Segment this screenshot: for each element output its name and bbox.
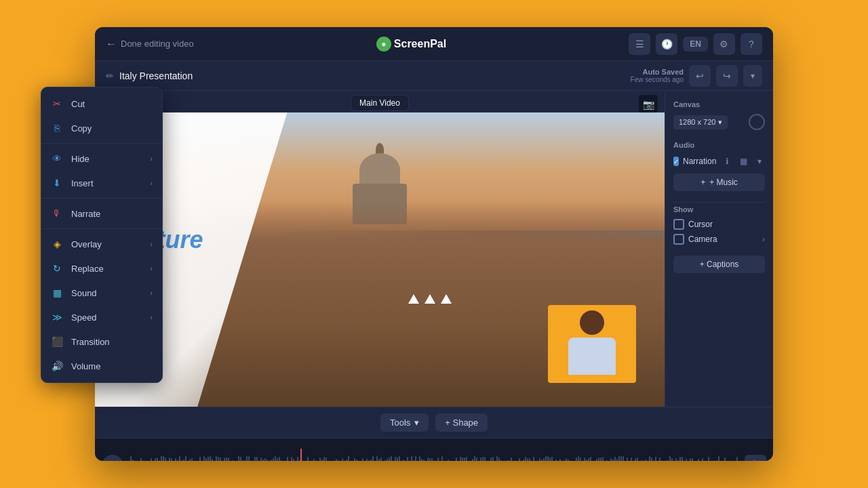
waveform-bar (669, 456, 671, 461)
waveform-bar (616, 459, 618, 461)
screenshot-button[interactable]: 📷 (639, 95, 658, 114)
timeline-track[interactable]: 0:05.00 01s2s3s4s5s6s7s8s9s10s11s12s13s1… (130, 449, 738, 462)
language-button[interactable]: EN (683, 37, 708, 52)
waveform-bar (232, 460, 233, 461)
waveform-bar (584, 458, 585, 461)
waveform-bar (240, 457, 241, 461)
camera-expand-btn[interactable]: › (762, 235, 765, 244)
waveform-bar (671, 458, 673, 461)
captions-button[interactable]: + Captions (673, 256, 765, 273)
person-body (568, 338, 616, 375)
waveform-bar (682, 457, 683, 461)
narration-volume-btn[interactable]: ▦ (736, 155, 750, 168)
narration-checkbox[interactable]: ✓ (673, 157, 679, 166)
waveform-bar (576, 458, 577, 461)
help-icon-btn[interactable]: ? (741, 33, 762, 55)
dropdown-button[interactable]: ▾ (743, 65, 762, 87)
top-bar-right: ☰ 🕐 EN ⚙ ? (629, 33, 762, 55)
waveform-bar (686, 459, 687, 461)
menu-item-transition[interactable]: ⬛ Transition (41, 329, 162, 354)
waveform-bar (498, 458, 500, 461)
settings-icon-btn[interactable]: ⚙ (713, 33, 735, 55)
narration-row: ✓ Narration ℹ ▦ ▾ (673, 155, 765, 168)
shape-button[interactable]: + Shape (435, 413, 488, 432)
menu-icon-btn[interactable]: ☰ (629, 33, 650, 55)
menu-item-speed[interactable]: ≫ Speed › (41, 305, 162, 329)
menu-item-overlay[interactable]: ◈ Overlay › (41, 232, 162, 256)
waveform-bar (549, 458, 551, 461)
divider-1 (673, 202, 765, 203)
menu-item-hide[interactable]: 👁 Hide › (41, 146, 162, 171)
narration-icons: ℹ ▦ ▾ (720, 155, 766, 168)
waveform-bar (130, 456, 132, 461)
timeline-search-button[interactable]: 🔍 (745, 455, 766, 462)
waveform-bar (157, 458, 158, 461)
waveform-bar (181, 460, 182, 461)
waveform-bar (692, 458, 693, 461)
menu-item-sound[interactable]: ▦ Sound › (41, 281, 162, 305)
play-button[interactable]: ▶ (102, 455, 123, 462)
menu-item-copy[interactable]: ⎘ Copy (41, 116, 162, 140)
music-button[interactable]: + + Music (673, 174, 765, 191)
waveform-bar (641, 460, 642, 461)
waveform-bar (161, 456, 162, 461)
waveform-bar (354, 458, 355, 461)
waveform-bar (472, 459, 473, 461)
back-button[interactable]: ← Done editing video (106, 38, 194, 50)
dome-top (359, 153, 400, 187)
waveform-bar (645, 460, 646, 461)
waveform-bar (248, 456, 250, 461)
cursor-row: Cursor (673, 219, 765, 230)
main-video-badge: Main Video (351, 95, 409, 111)
menu-chevron-icon: › (150, 313, 153, 321)
waveform-bar (212, 459, 213, 461)
canvas-size-row: 868 x 488 ▾ (673, 114, 765, 130)
audio-label: Audio (673, 141, 765, 149)
menu-item-label-cut: Cut (71, 99, 153, 109)
waveform-bar (391, 456, 392, 461)
tools-button[interactable]: Tools ▾ (380, 413, 429, 432)
menu-divider-3 (41, 228, 162, 229)
menu-item-cut[interactable]: ✂ Cut (41, 92, 162, 116)
waveform-bar (264, 458, 266, 461)
copy-icon: ⎘ (51, 122, 63, 134)
autosaved-label: Auto Saved (631, 68, 684, 76)
menu-item-volume[interactable]: 🔊 Volume (41, 354, 162, 378)
waveform-bar (655, 457, 656, 461)
shape-label: + Shape (445, 418, 478, 428)
menu-item-label-volume: Volume (71, 361, 153, 371)
waveform-bar (596, 459, 597, 461)
waveform-bar (698, 459, 699, 461)
narration-dropdown-btn[interactable]: ▾ (753, 155, 766, 168)
waveform-bar (476, 458, 477, 461)
waveform-bar (368, 460, 370, 461)
menu-item-label-hide: Hide (71, 154, 142, 164)
waveform-bar (620, 456, 622, 461)
waveform-bar (366, 459, 368, 461)
redo-button[interactable]: ↪ (716, 65, 738, 87)
waveform-bar (242, 460, 243, 461)
menu-item-insert[interactable]: ⬇ Insert › (41, 171, 162, 195)
top-bar: ← Done editing video ● ScreenPal ☰ 🕐 EN … (95, 27, 773, 61)
waveform-bar (370, 460, 372, 461)
hide-icon: 👁 (51, 152, 63, 165)
marker-triangle-2 (425, 294, 435, 304)
menu-chevron-icon: › (150, 179, 153, 187)
waveform-bar (551, 457, 553, 461)
waveform-bar (189, 459, 191, 461)
canvas-circle-button[interactable] (749, 114, 765, 130)
waveform-bar (348, 456, 349, 461)
history-icon-btn[interactable]: 🕐 (656, 33, 677, 55)
show-label: Show (673, 205, 765, 214)
narration-info-btn[interactable]: ℹ (720, 155, 734, 168)
waveform-bar (484, 457, 486, 461)
playhead[interactable]: 0:05.00 (300, 449, 302, 462)
waveform-bar (547, 456, 549, 461)
waveform-bar (271, 460, 272, 461)
canvas-size-button[interactable]: 868 x 488 ▾ (673, 115, 728, 129)
undo-button[interactable]: ↩ (689, 65, 711, 87)
menu-item-label-copy: Copy (71, 123, 153, 134)
menu-item-narrate[interactable]: 🎙 Narrate (41, 201, 162, 226)
menu-item-replace[interactable]: ↻ Replace › (41, 256, 162, 281)
waveform-bar (411, 456, 412, 461)
